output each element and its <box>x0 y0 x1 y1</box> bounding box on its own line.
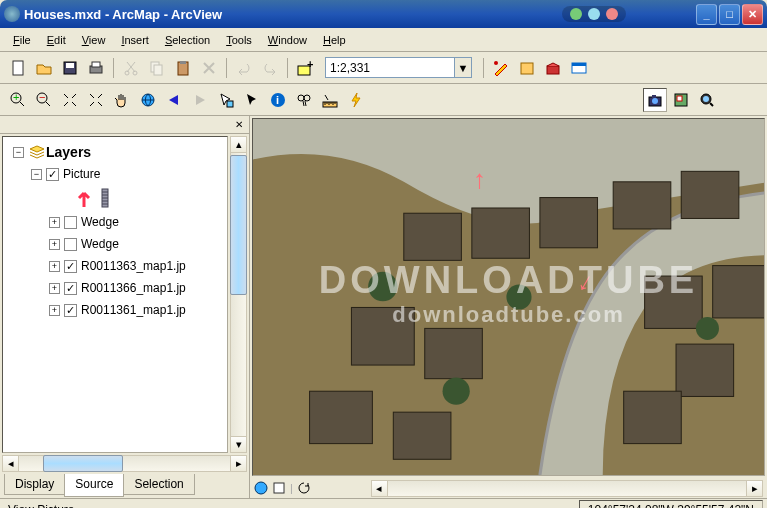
data-view-icon[interactable] <box>254 481 268 495</box>
next-extent-icon[interactable] <box>188 88 212 112</box>
expand-icon[interactable]: + <box>49 261 60 272</box>
svg-rect-43 <box>645 276 703 328</box>
toc-horizontal-scrollbar[interactable]: ◂ ▸ <box>2 455 247 472</box>
scroll-down-icon[interactable]: ▾ <box>230 436 247 453</box>
camera-icon[interactable] <box>643 88 667 112</box>
menu-edit[interactable]: Edit <box>40 31 73 49</box>
magnifier-icon[interactable] <box>695 88 719 112</box>
add-data-icon[interactable]: + <box>293 56 317 80</box>
identify-icon[interactable]: i <box>266 88 290 112</box>
delete-icon[interactable] <box>197 56 221 80</box>
scroll-thumb[interactable] <box>43 455 123 472</box>
fixed-zoom-out-icon[interactable] <box>84 88 108 112</box>
menu-help[interactable]: Help <box>316 31 353 49</box>
measure-icon[interactable] <box>318 88 342 112</box>
menu-view[interactable]: View <box>75 31 113 49</box>
layer-checkbox[interactable]: ✓ <box>64 304 77 317</box>
layout-view-icon[interactable] <box>272 481 286 495</box>
tree-item[interactable]: + Wedge <box>5 233 225 255</box>
tree-item[interactable]: + ✓ R0011361_map1.jp <box>5 299 225 321</box>
svg-point-30 <box>652 98 658 104</box>
toc-close-icon[interactable]: ✕ <box>232 118 246 132</box>
maximize-button[interactable]: □ <box>719 4 740 25</box>
pointer-icon[interactable] <box>240 88 264 112</box>
arccatalog-icon[interactable] <box>515 56 539 80</box>
flash-icon[interactable] <box>344 88 368 112</box>
minimize-button[interactable]: _ <box>696 4 717 25</box>
new-icon[interactable] <box>6 56 30 80</box>
tree-item[interactable]: + Wedge <box>5 211 225 233</box>
overview-icon[interactable] <box>669 88 693 112</box>
tree-item[interactable]: + ✓ R0011363_map1.jp <box>5 255 225 277</box>
menu-selection[interactable]: Selection <box>158 31 217 49</box>
svg-text:−: − <box>39 92 45 103</box>
find-icon[interactable] <box>292 88 316 112</box>
layer-checkbox[interactable]: ✓ <box>64 282 77 295</box>
cut-icon[interactable] <box>119 56 143 80</box>
scroll-up-icon[interactable]: ▴ <box>230 136 247 153</box>
layer-tree[interactable]: − Layers − ✓ Picture + Wedge <box>2 136 228 453</box>
layer-checkbox[interactable]: ✓ <box>64 260 77 273</box>
scroll-left-icon[interactable]: ◂ <box>371 480 388 497</box>
scroll-right-icon[interactable]: ▸ <box>746 480 763 497</box>
tree-item[interactable]: + ✓ R0011366_map1.jp <box>5 277 225 299</box>
fixed-zoom-in-icon[interactable] <box>58 88 82 112</box>
scroll-thumb[interactable] <box>230 155 247 295</box>
tree-root-label: Layers <box>46 144 91 160</box>
refresh-icon[interactable] <box>297 481 311 495</box>
svg-rect-48 <box>425 328 483 378</box>
tab-selection[interactable]: Selection <box>123 474 194 495</box>
svg-text:+: + <box>307 60 313 70</box>
paste-icon[interactable] <box>171 56 195 80</box>
pan-icon[interactable] <box>110 88 134 112</box>
layer-label: Wedge <box>81 215 119 229</box>
layer-checkbox[interactable]: ✓ <box>46 168 59 181</box>
menu-insert[interactable]: Insert <box>114 31 156 49</box>
svg-rect-8 <box>154 65 162 75</box>
scroll-right-icon[interactable]: ▸ <box>230 455 247 472</box>
save-icon[interactable] <box>58 56 82 80</box>
svg-rect-14 <box>521 63 533 74</box>
svg-rect-44 <box>713 266 764 318</box>
scroll-left-icon[interactable]: ◂ <box>2 455 19 472</box>
prev-extent-icon[interactable] <box>162 88 186 112</box>
tree-item[interactable]: − ✓ Picture <box>5 163 225 185</box>
copy-icon[interactable] <box>145 56 169 80</box>
undo-icon[interactable] <box>232 56 256 80</box>
expand-icon[interactable]: + <box>49 283 60 294</box>
command-icon[interactable] <box>567 56 591 80</box>
close-button[interactable]: ✕ <box>742 4 763 25</box>
menu-window[interactable]: Window <box>261 31 314 49</box>
toc-vertical-scrollbar[interactable]: ▴ ▾ <box>230 136 247 453</box>
zoom-out-icon[interactable]: − <box>32 88 56 112</box>
print-icon[interactable] <box>84 56 108 80</box>
map-view[interactable]: ↑ ↑ DOWNLOADTUBEdownloadtube.com <box>252 118 765 476</box>
svg-rect-4 <box>92 62 100 67</box>
map-horizontal-scrollbar[interactable]: ◂ ▸ <box>371 480 763 497</box>
expand-icon[interactable]: + <box>49 217 60 228</box>
tree-root[interactable]: − Layers <box>5 141 225 163</box>
editor-icon[interactable] <box>489 56 513 80</box>
collapse-icon[interactable]: − <box>13 147 24 158</box>
full-extent-icon[interactable] <box>136 88 160 112</box>
layer-checkbox[interactable] <box>64 216 77 229</box>
svg-point-27 <box>304 95 310 101</box>
zoom-in-icon[interactable]: + <box>6 88 30 112</box>
expand-icon[interactable]: + <box>49 239 60 250</box>
select-elements-icon[interactable] <box>214 88 238 112</box>
menu-file[interactable]: File <box>6 31 38 49</box>
redo-icon[interactable] <box>258 56 282 80</box>
layer-label: R0011361_map1.jp <box>81 303 186 317</box>
collapse-icon[interactable]: − <box>31 169 42 180</box>
layer-checkbox[interactable] <box>64 238 77 251</box>
arctoolbox-icon[interactable] <box>541 56 565 80</box>
tab-source[interactable]: Source <box>64 474 124 497</box>
svg-rect-41 <box>613 182 671 229</box>
scale-dropdown-button[interactable]: ▼ <box>455 57 472 78</box>
menu-tools[interactable]: Tools <box>219 31 259 49</box>
tab-display[interactable]: Display <box>4 474 65 495</box>
open-icon[interactable] <box>32 56 56 80</box>
map-scale-input[interactable] <box>325 57 455 78</box>
map-panel: ↑ ↑ DOWNLOADTUBEdownloadtube.com | ◂ ▸ <box>250 116 767 498</box>
expand-icon[interactable]: + <box>49 305 60 316</box>
